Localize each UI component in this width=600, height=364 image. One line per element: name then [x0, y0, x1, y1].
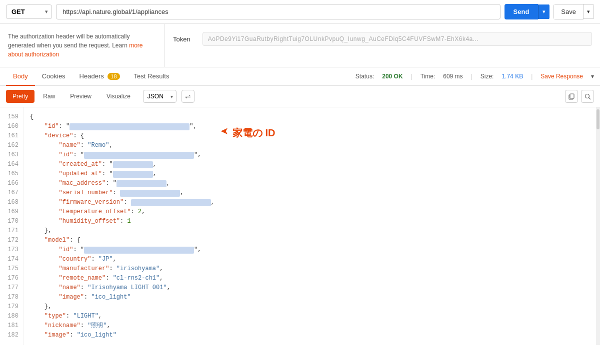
send-dropdown-button[interactable]: ▾: [538, 4, 550, 19]
code-line-177: "name": "Irisohyama LIGHT 001",: [30, 283, 594, 293]
status-label: Status:: [356, 73, 374, 80]
svg-line-3: [588, 97, 590, 99]
code-area: 159 160 161 162 163 164 165 166 167 168 …: [0, 107, 600, 345]
send-btn-wrapper: Send ▾: [504, 4, 550, 19]
url-input[interactable]: [56, 4, 500, 19]
tab-body[interactable]: Body: [6, 67, 35, 86]
format-pretty[interactable]: Pretty: [6, 90, 34, 103]
code-line-164: "created_at": " ,: [30, 160, 594, 169]
size-value: 1.74 KB: [502, 73, 523, 80]
code-line-180: "type": "LIGHT",: [30, 312, 594, 321]
save-response-button[interactable]: Save Response: [540, 73, 583, 80]
size-label: Size:: [480, 73, 494, 80]
auth-token-area: Token AoPDe9Yi17GuaRutbyRightTuig7OLUnkP…: [165, 24, 600, 54]
code-line-163: "id": " ",: [30, 150, 594, 160]
format-visualize[interactable]: Visualize: [100, 90, 137, 103]
save-dropdown-button[interactable]: ▾: [584, 4, 594, 19]
tabs-row: Body Cookies Headers 18 Test Results Sta…: [0, 67, 600, 86]
svg-rect-1: [570, 94, 574, 98]
scroll-thumb: [596, 109, 600, 129]
format-preview[interactable]: Preview: [64, 90, 98, 103]
code-line-175: "manufacturer": "irisohyama",: [30, 264, 594, 274]
code-line-178: "image": "ico_light": [30, 293, 594, 302]
code-line-168: "firmware_version": ,: [30, 198, 594, 207]
body-toolbar-right: [565, 90, 594, 103]
headers-badge: 18: [108, 73, 120, 80]
search-icon[interactable]: [581, 90, 594, 103]
code-line-159: {: [30, 112, 594, 122]
code-line-182: "image": "ico_light": [30, 331, 594, 340]
code-line-161: "device": {: [30, 131, 594, 141]
status-value: 200 OK: [382, 73, 402, 80]
code-line-167: "serial_number": ,: [30, 188, 594, 198]
code-line-181: "nickname": "照明",: [30, 321, 594, 331]
save-button[interactable]: Save: [554, 4, 584, 19]
time-label: Time:: [420, 73, 436, 80]
save-response-dropdown[interactable]: ▾: [591, 73, 594, 80]
wrap-icon[interactable]: ⇌: [182, 90, 194, 103]
code-line-171: },: [30, 226, 594, 236]
auth-section: The authorization header will be automat…: [0, 24, 600, 67]
tab-right-info: Status: 200 OK | Time: 609 ms | Size: 1.…: [356, 73, 594, 80]
code-line-160: "id": " ", ➤ 家電の ID: [30, 122, 594, 131]
token-label: Token: [173, 35, 190, 43]
code-line-166: "mac_address": " ,: [30, 179, 594, 188]
line-numbers: 159 160 161 162 163 164 165 166 167 168 …: [0, 107, 24, 345]
code-line-176: "remote_name": "cl-rns2-ch1",: [30, 274, 594, 283]
scroll-track[interactable]: [596, 107, 600, 345]
time-value: 609 ms: [443, 73, 462, 80]
auth-desc-text: The authorization header will be automat…: [8, 33, 130, 49]
code-line-165: "updated_at": " ,: [30, 169, 594, 179]
body-toolbar: Pretty Raw Preview Visualize JSON XML Te…: [0, 86, 600, 107]
top-bar: GET POST PUT PATCH DELETE Send ▾ Save ▾: [0, 0, 600, 24]
send-button[interactable]: Send: [504, 4, 538, 19]
json-format-select[interactable]: JSON XML Text: [143, 90, 176, 103]
tab-test-results[interactable]: Test Results: [127, 67, 176, 86]
json-select-wrapper: JSON XML Text: [143, 90, 176, 103]
auth-description: The authorization header will be automat…: [0, 24, 165, 67]
method-select[interactable]: GET POST PUT PATCH DELETE: [6, 4, 52, 19]
copy-icon[interactable]: [565, 90, 578, 103]
tab-headers[interactable]: Headers 18: [72, 67, 127, 86]
save-btn-wrapper: Save ▾: [554, 4, 594, 19]
code-line-170: "humidity_offset": 1: [30, 217, 594, 226]
svg-point-2: [585, 94, 589, 98]
code-line-169: "temperature_offset": 2,: [30, 207, 594, 217]
code-line-162: "name": "Remo",: [30, 141, 594, 150]
code-line-174: "country": "JP",: [30, 255, 594, 264]
code-line-172: "model": {: [30, 236, 594, 245]
method-wrapper: GET POST PUT PATCH DELETE: [6, 4, 52, 19]
format-raw[interactable]: Raw: [36, 90, 62, 103]
code-line-173: "id": " ",: [30, 245, 594, 255]
code-line-179: },: [30, 302, 594, 312]
tab-cookies[interactable]: Cookies: [35, 67, 72, 86]
code-content: { "id": " ", ➤ 家電の ID "device": { "name"…: [24, 107, 600, 345]
token-value: AoPDe9Yi17GuaRutbyRightTuig7OLUnkPvpuQ_I…: [202, 32, 592, 46]
